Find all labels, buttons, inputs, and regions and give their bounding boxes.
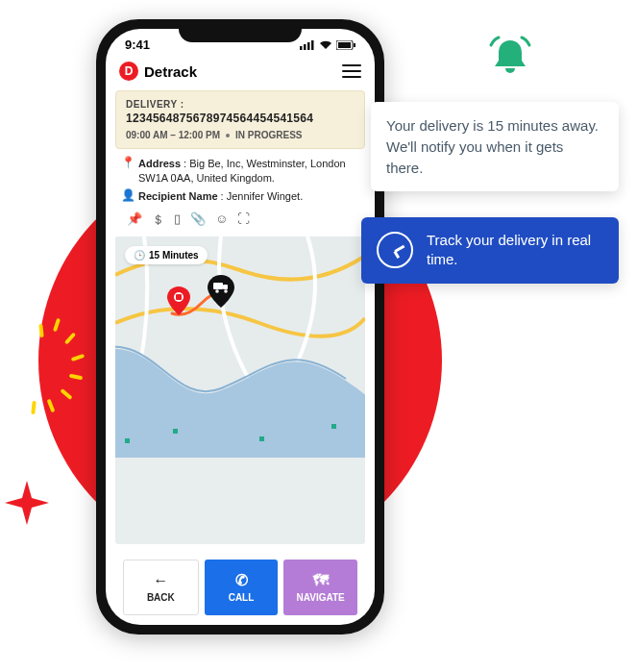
phone-icon: ✆ (235, 573, 248, 588)
decorative-sparkle-icon (5, 481, 49, 525)
package-icon[interactable]: ⛶ (237, 212, 250, 229)
brand: D Detrack (119, 62, 197, 81)
navigate-label: NAVIGATE (297, 592, 345, 603)
svg-rect-6 (354, 43, 355, 47)
call-button[interactable]: ✆ CALL (205, 560, 279, 615)
svg-rect-2 (307, 42, 310, 50)
delivery-card: DELIVERY : 1234564875678974564454541564 … (115, 90, 365, 149)
map-icon: 🗺 (313, 573, 329, 588)
status-time: 9:41 (125, 37, 150, 52)
brand-logo-icon: D (119, 62, 138, 81)
address-key: Address (138, 158, 181, 169)
app-bar: D Detrack (106, 56, 375, 90)
bell-icon (482, 31, 538, 87)
notification-text: Your delivery is 15 minutes away. We'll … (386, 117, 599, 176)
bottom-bar: ← BACK ✆ CALL 🗺 NAVIGATE (115, 552, 365, 625)
delivery-id: 1234564875678974564454541564 (126, 112, 355, 125)
delivery-status: IN PROGRESS (235, 130, 302, 140)
svg-rect-15 (223, 285, 228, 289)
brand-name: Detrack (144, 63, 197, 80)
svg-rect-9 (173, 429, 178, 434)
phone-screen: 9:41 D Detrack DELIVERY : 12345648756789… (106, 29, 375, 625)
track-tooltip[interactable]: Track your delivery in real time. (361, 217, 619, 284)
navigate-button[interactable]: 🗺 NAVIGATE (283, 560, 357, 615)
svg-point-16 (215, 289, 219, 293)
dot-separator (226, 134, 230, 137)
decorative-sunburst (0, 317, 86, 413)
battery-action-icon[interactable]: ▯ (174, 212, 181, 229)
recipient-key: Recipient Name (138, 190, 218, 202)
svg-rect-0 (300, 46, 303, 50)
map-roads (115, 236, 365, 458)
arrow-left-icon: ← (153, 573, 168, 588)
action-icon-strip: 📌 ＄ ▯ 📎 ☺ ⛶ (121, 208, 359, 229)
svg-point-17 (224, 289, 228, 293)
svg-rect-3 (311, 40, 314, 50)
back-button[interactable]: ← BACK (123, 560, 199, 615)
back-label: BACK (147, 592, 175, 603)
svg-rect-14 (213, 283, 223, 289)
signal-icon (300, 40, 315, 50)
dollar-icon[interactable]: ＄ (152, 212, 164, 229)
menu-button[interactable] (342, 64, 361, 78)
delivery-window: 09:00 AM – 12:00 PM (126, 130, 220, 140)
destination-pin-icon (167, 286, 190, 315)
track-text: Track your delivery in real time. (427, 231, 603, 270)
svg-rect-1 (304, 44, 306, 50)
face-icon[interactable]: ☺ (215, 212, 228, 229)
pin-action-icon[interactable]: 📌 (127, 212, 142, 229)
phone-frame: 9:41 D Detrack DELIVERY : 12345648756789… (96, 19, 384, 635)
call-label: CALL (229, 592, 255, 603)
recipient-value: Jennifer Winget. (227, 190, 303, 202)
svg-rect-5 (338, 42, 351, 48)
svg-rect-13 (176, 294, 182, 300)
map-view[interactable]: 🕒 15 Minutes (115, 236, 365, 544)
phone-notch (179, 19, 302, 42)
attachment-icon[interactable]: 📎 (190, 212, 206, 229)
wifi-icon (319, 40, 332, 50)
eta-text: 15 Minutes (149, 250, 199, 261)
person-icon: 👤 (121, 189, 133, 204)
clock-small-icon: 🕒 (134, 250, 145, 261)
svg-rect-10 (259, 436, 264, 441)
svg-rect-11 (331, 424, 336, 429)
battery-icon (336, 40, 355, 50)
svg-rect-8 (125, 438, 130, 443)
eta-chip: 🕒 15 Minutes (125, 246, 208, 264)
pin-icon: 📍 (121, 157, 133, 186)
clock-icon (377, 232, 413, 268)
vehicle-pin-icon (208, 275, 234, 308)
notification-tooltip: Your delivery is 15 minutes away. We'll … (371, 102, 619, 191)
delivery-label: DELIVERY : (126, 99, 355, 110)
info-block: 📍 Address : Big Be, Inc, Westminster, Lo… (115, 157, 365, 229)
